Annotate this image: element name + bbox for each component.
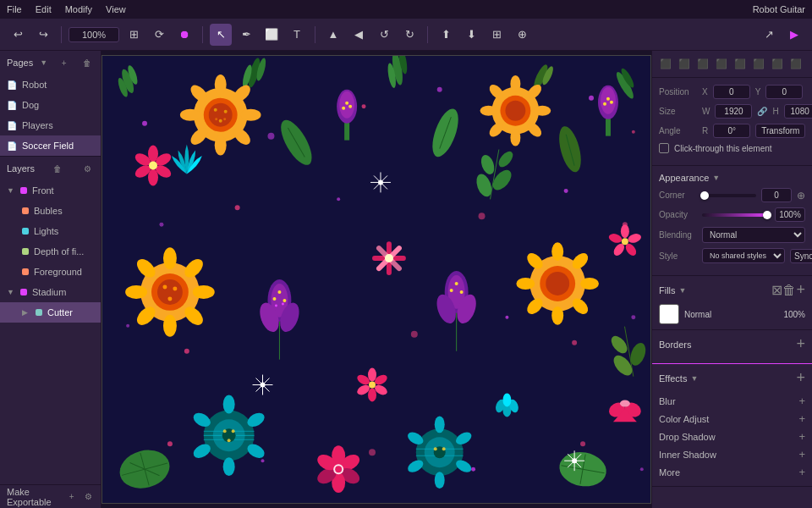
page-robot[interactable]: 📄 Robot [0, 75, 101, 95]
record-button[interactable]: ⏺ [173, 24, 195, 46]
play-button[interactable]: ▶ [783, 24, 805, 46]
export-button[interactable]: ⬆ [435, 24, 457, 46]
svg-point-56 [223, 118, 226, 120]
zoom-fit-button[interactable]: ⊞ [123, 24, 145, 46]
effects-add-button[interactable]: + [796, 369, 805, 387]
share-button[interactable]: ↗ [758, 24, 780, 46]
layer-lights[interactable]: Lights [0, 221, 101, 241]
svg-point-131 [385, 254, 393, 262]
bottom-bar: Make Exportable + ⚙ [0, 484, 101, 508]
effect-drop-shadow[interactable]: Drop Shadow + [659, 428, 805, 445]
svg-point-70 [339, 91, 354, 119]
triangle-tool[interactable]: ▲ [322, 24, 344, 46]
corner-input[interactable] [761, 188, 792, 202]
layer-depth[interactable]: Depth of fi... [0, 241, 101, 262]
layer-stadium[interactable]: ▼ Stadium [0, 282, 101, 302]
fills-delete-button[interactable]: 🗑 [782, 283, 796, 298]
borders-section: Borders + [652, 330, 812, 364]
align-right-button[interactable]: ⬛ [694, 56, 711, 73]
distribute-v-button[interactable]: ⬛ [787, 56, 804, 73]
style-select[interactable]: No shared styles [702, 248, 785, 263]
blending-row: Blending Normal Multiply Screen [659, 227, 805, 243]
chain-icon[interactable]: 🔗 [757, 106, 767, 118]
blending-select[interactable]: Normal Multiply Screen [702, 227, 805, 243]
undo-button[interactable]: ↩ [7, 24, 29, 46]
menu-file[interactable]: File [7, 4, 22, 14]
svg-point-152 [223, 395, 235, 413]
effect-color-adjust[interactable]: Color Adjust + [659, 410, 805, 428]
layer-bubles[interactable]: Bubles [0, 201, 101, 221]
page-players[interactable]: 📄 Players [0, 115, 101, 135]
effect-more[interactable]: More + [659, 463, 805, 481]
x-input[interactable] [713, 85, 750, 99]
fills-section: Fills ▼ ⊠ 🗑 + Normal 100% [652, 276, 812, 330]
sep1 [61, 26, 62, 43]
export-add-button[interactable]: + [67, 490, 77, 504]
layer-cutter[interactable]: ▶ Cutter [0, 302, 101, 323]
corner-options[interactable]: ⊕ [797, 190, 805, 202]
effect-more-add[interactable]: + [798, 466, 805, 478]
rotate-right-tool[interactable]: ↻ [398, 24, 420, 46]
y-input[interactable] [765, 85, 803, 99]
layers-options-button[interactable]: ⚙ [80, 162, 94, 175]
select-tool[interactable]: ↖ [210, 24, 232, 46]
fill-item: Normal 100% [659, 304, 805, 324]
menu-view[interactable]: View [106, 4, 126, 14]
fill-preview[interactable] [659, 304, 679, 324]
effect-drop-shadow-add[interactable]: + [798, 430, 805, 443]
redo-button[interactable]: ↪ [32, 24, 54, 46]
opacity-slider[interactable] [702, 213, 770, 217]
effect-inner-shadow-add[interactable]: + [798, 448, 805, 461]
borders-add-button[interactable]: + [796, 335, 805, 353]
text-tool[interactable]: T [286, 24, 308, 46]
layers-delete-button[interactable]: 🗑 [51, 162, 64, 175]
distribute-h-button[interactable]: ⬛ [769, 56, 786, 73]
zoom-reset-button[interactable]: ⟳ [148, 24, 170, 46]
align-center-h-button[interactable]: ⬛ [676, 56, 693, 73]
pen-tool[interactable]: ✒ [235, 24, 257, 46]
sync-button[interactable]: Sync [790, 249, 812, 263]
angle-input[interactable] [713, 124, 750, 138]
fills-add-button[interactable]: + [796, 281, 805, 299]
w-input[interactable] [715, 104, 752, 119]
click-through-checkbox[interactable] [659, 143, 669, 153]
effect-color-adjust-add[interactable]: + [798, 412, 805, 425]
layer-foreground[interactable]: Foreground [0, 262, 101, 282]
appearance-title: Appearance [659, 173, 709, 183]
align-bottom-button[interactable]: ⬛ [750, 56, 767, 73]
fills-hide-button[interactable]: ⊠ [771, 282, 782, 298]
import-button[interactable]: ⬇ [460, 24, 482, 46]
h-input[interactable] [784, 104, 812, 119]
align-center-v-button[interactable]: ⬛ [732, 56, 749, 73]
svg-point-150 [232, 429, 235, 433]
canvas-area[interactable] [102, 51, 651, 508]
grid-button[interactable]: ⊞ [486, 24, 508, 46]
appearance-header[interactable]: Appearance ▼ [659, 173, 805, 183]
zoom-display[interactable]: 100% [69, 27, 119, 42]
arrow-tool[interactable]: ◀ [348, 24, 370, 46]
page-dog[interactable]: 📄 Dog [0, 95, 101, 115]
menu-modify[interactable]: Modify [65, 4, 92, 14]
pages-add-button[interactable]: + [58, 56, 71, 69]
page-soccer-field[interactable]: 📄 Soccer Field [0, 135, 101, 156]
effect-inner-shadow[interactable]: Inner Shadow + [659, 445, 805, 463]
opacity-input[interactable] [775, 207, 805, 222]
align-left-button[interactable]: ⬛ [657, 56, 674, 73]
align-top-button[interactable]: ⬛ [713, 56, 730, 73]
layer-foreground-color [22, 268, 29, 275]
pages-delete-button[interactable]: 🗑 [80, 56, 94, 69]
sep4 [427, 26, 428, 43]
shape-tool[interactable]: ⬜ [261, 24, 283, 46]
transform-button[interactable]: Transform [755, 124, 805, 138]
corner-slider[interactable] [702, 194, 756, 197]
fill-opacity-label: 100% [778, 310, 805, 319]
more-button[interactable]: ⊕ [511, 24, 533, 46]
effect-blur-add[interactable]: + [798, 395, 805, 407]
rotate-left-tool[interactable]: ↺ [373, 24, 395, 46]
effect-blur[interactable]: Blur + [659, 392, 805, 410]
align-toolbar: ⬛ ⬛ ⬛ ⬛ ⬛ ⬛ ⬛ ⬛ [652, 51, 812, 78]
menu-edit[interactable]: Edit [36, 4, 52, 14]
layer-front[interactable]: ▼ Front [0, 180, 101, 201]
export-settings-button[interactable]: ⚙ [84, 490, 94, 504]
make-exportable-label[interactable]: Make Exportable [7, 487, 60, 507]
